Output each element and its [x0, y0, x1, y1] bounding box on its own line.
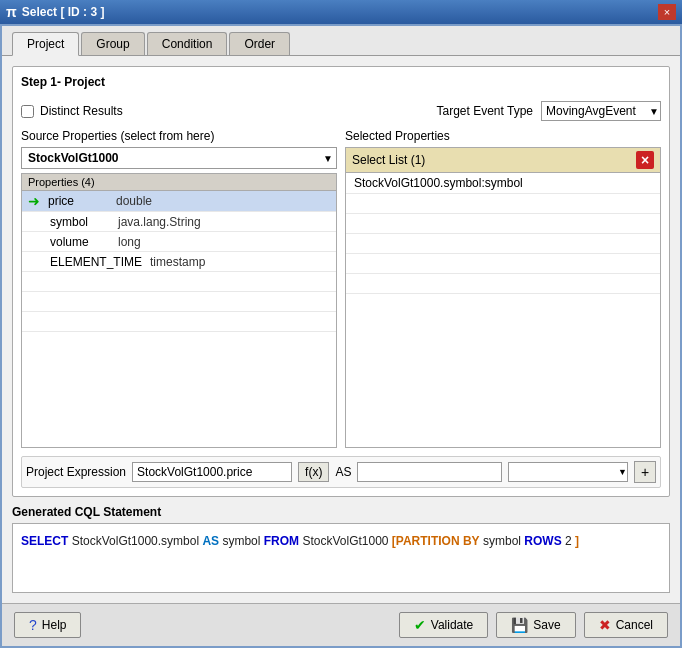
- main-content: Step 1- Project Distinct Results Target …: [2, 56, 680, 603]
- tab-order[interactable]: Order: [229, 32, 290, 55]
- selected-empty-2: [346, 214, 660, 234]
- cql-table-1: StockVolGt1000: [302, 534, 391, 548]
- selected-panel-label: Selected Properties: [345, 129, 450, 143]
- formula-button[interactable]: f(x): [298, 462, 329, 482]
- dialog-title: Select [ ID : 3 ]: [22, 5, 105, 19]
- distinct-row: Distinct Results: [21, 104, 426, 118]
- arrow-right-icon: ➜: [28, 193, 40, 209]
- validate-button[interactable]: ✔ Validate: [399, 612, 488, 638]
- help-label: Help: [42, 618, 67, 632]
- tab-project[interactable]: Project: [12, 32, 79, 56]
- prop-name-price: price: [48, 194, 108, 208]
- cql-partition-field: symbol: [483, 534, 524, 548]
- two-panels: Source Properties (select from here) Sto…: [21, 129, 661, 448]
- target-event-label: Target Event Type: [436, 104, 533, 118]
- partition-keyword: [PARTITION BY: [392, 534, 480, 548]
- empty-row-2: [22, 292, 336, 312]
- selected-empty-1: [346, 194, 660, 214]
- as-label: AS: [335, 465, 351, 479]
- cql-box: SELECT StockVolGt1000.symbol AS symbol F…: [12, 523, 670, 593]
- property-row-volume[interactable]: volume long: [22, 232, 336, 252]
- selected-panel-header-row: Selected Properties: [345, 129, 661, 143]
- prop-name-element-time: ELEMENT_TIME: [50, 255, 142, 269]
- properties-header: Properties (4): [22, 174, 336, 191]
- property-row-symbol[interactable]: symbol java.lang.String: [22, 212, 336, 232]
- dialog: Project Group Condition Order Step 1- Pr…: [0, 24, 682, 648]
- target-event-select-wrapper: MovingAvgEventStockVolGt1000 ▼: [541, 101, 661, 121]
- as-select[interactable]: [508, 462, 628, 482]
- validate-label: Validate: [431, 618, 473, 632]
- footer-right: ✔ Validate 💾 Save ✖ Cancel: [399, 612, 668, 638]
- from-keyword: FROM: [264, 534, 299, 548]
- target-event-select[interactable]: MovingAvgEventStockVolGt1000: [541, 101, 661, 121]
- selected-panel-header: Select List (1) ×: [346, 148, 660, 173]
- title-bar-text: π Select [ ID : 3 ]: [6, 4, 104, 20]
- distinct-checkbox[interactable]: [21, 105, 34, 118]
- step-title: Step 1- Project: [21, 75, 661, 89]
- selected-item-0[interactable]: StockVolGt1000.symbol:symbol: [346, 173, 660, 194]
- selected-empty-4: [346, 254, 660, 274]
- expression-label: Project Expression: [26, 465, 126, 479]
- selected-empty-5: [346, 274, 660, 294]
- save-icon: 💾: [511, 617, 528, 633]
- as-keyword-1: AS: [202, 534, 219, 548]
- property-row-element-time[interactable]: ELEMENT_TIME timestamp: [22, 252, 336, 272]
- source-select-wrapper: StockVolGt1000 ▼: [21, 147, 337, 169]
- prop-name-symbol: symbol: [50, 215, 110, 229]
- target-event-row: Target Event Type MovingAvgEventStockVol…: [436, 101, 661, 121]
- cancel-button[interactable]: ✖ Cancel: [584, 612, 668, 638]
- title-bar: π Select [ ID : 3 ] ×: [0, 0, 682, 24]
- cql-alias-1: symbol: [222, 534, 263, 548]
- select-list-label: Select List (1): [352, 153, 425, 167]
- save-label: Save: [533, 618, 560, 632]
- selected-panel: Select List (1) × StockVolGt1000.symbol:…: [345, 147, 661, 448]
- as-input[interactable]: [357, 462, 502, 482]
- help-button[interactable]: ? Help: [14, 612, 81, 638]
- rows-keyword: ROWS: [524, 534, 561, 548]
- footer: ? Help ✔ Validate 💾 Save ✖ Cancel: [2, 603, 680, 646]
- cql-field-1: StockVolGt1000.symbol: [72, 534, 203, 548]
- prop-type-symbol: java.lang.String: [118, 215, 201, 229]
- right-panel-selected: Select List (1) × StockVolGt1000.symbol:…: [345, 147, 661, 448]
- source-panel-label: Source Properties (select from here): [21, 129, 337, 143]
- cancel-icon: ✖: [599, 617, 611, 633]
- as-dropdown-wrapper: ▼: [508, 462, 628, 482]
- delete-button[interactable]: ×: [636, 151, 654, 169]
- cql-section: Generated CQL Statement SELECT StockVolG…: [12, 505, 670, 593]
- source-select[interactable]: StockVolGt1000: [21, 147, 337, 169]
- expression-row: Project Expression f(x) AS ▼ +: [21, 456, 661, 488]
- properties-box: Properties (4) ➜ price double symbol jav…: [21, 173, 337, 448]
- empty-row-1: [22, 272, 336, 292]
- pi-icon: π: [6, 4, 17, 20]
- help-icon: ?: [29, 617, 37, 633]
- tab-condition[interactable]: Condition: [147, 32, 228, 55]
- empty-row-3: [22, 312, 336, 332]
- cql-label: Generated CQL Statement: [12, 505, 670, 519]
- prop-name-volume: volume: [50, 235, 110, 249]
- selected-empty-3: [346, 234, 660, 254]
- footer-left: ? Help: [14, 612, 81, 638]
- check-icon: ✔: [414, 617, 426, 633]
- add-expression-button[interactable]: +: [634, 461, 656, 483]
- step-section: Step 1- Project Distinct Results Target …: [12, 66, 670, 497]
- distinct-label: Distinct Results: [40, 104, 123, 118]
- close-button[interactable]: ×: [658, 4, 676, 20]
- prop-type-price: double: [116, 194, 152, 208]
- cancel-label: Cancel: [616, 618, 653, 632]
- source-panel: Source Properties (select from here) Sto…: [21, 129, 337, 448]
- distinct-target-row: Distinct Results Target Event Type Movin…: [21, 101, 661, 121]
- expression-input[interactable]: [132, 462, 292, 482]
- cql-rows-value: 2: [565, 534, 572, 548]
- formula-icon: f(x): [305, 465, 322, 479]
- close-bracket: ]: [575, 534, 579, 548]
- prop-type-element-time: timestamp: [150, 255, 205, 269]
- delete-icon: ×: [636, 151, 654, 169]
- tab-group[interactable]: Group: [81, 32, 144, 55]
- prop-type-volume: long: [118, 235, 141, 249]
- tab-bar: Project Group Condition Order: [2, 26, 680, 56]
- property-row-price[interactable]: ➜ price double: [22, 191, 336, 212]
- selected-panel-wrapper: Selected Properties Select List (1) × St…: [345, 129, 661, 448]
- select-keyword: SELECT: [21, 534, 68, 548]
- save-button[interactable]: 💾 Save: [496, 612, 575, 638]
